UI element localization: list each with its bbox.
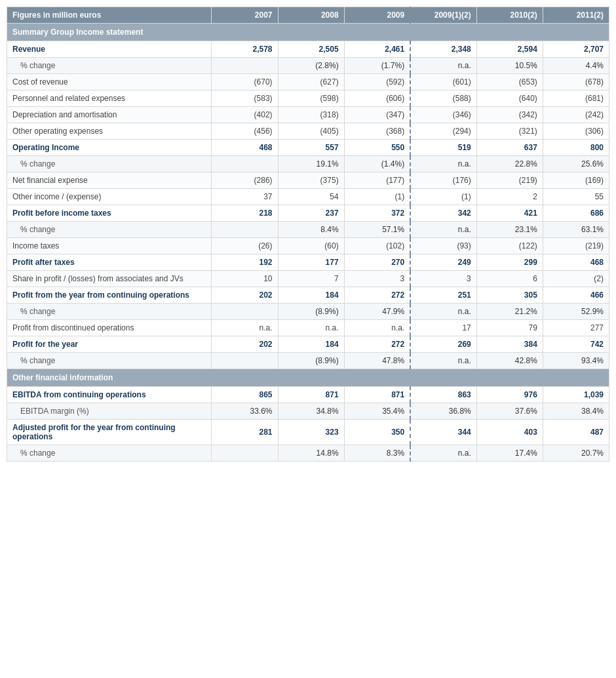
row-value: (601) bbox=[410, 74, 476, 90]
row-value: 281 bbox=[212, 420, 278, 445]
row-value: 251 bbox=[410, 287, 476, 304]
table-row: Other operating expenses(456)(405)(368)(… bbox=[7, 123, 609, 140]
row-value: 22.8% bbox=[476, 156, 543, 172]
row-value: (219) bbox=[476, 172, 543, 189]
row-value: (1.4%) bbox=[344, 156, 410, 172]
header-2010: 2010(2) bbox=[476, 7, 543, 24]
row-value: (26) bbox=[212, 238, 278, 254]
row-value: 323 bbox=[278, 420, 344, 445]
table-row: Operating Income468557550519637800 bbox=[7, 140, 609, 156]
row-value: 19.1% bbox=[278, 156, 344, 172]
row-value: 2,578 bbox=[212, 41, 278, 58]
row-label: Profit before income taxes bbox=[7, 205, 212, 222]
row-label: % change bbox=[7, 353, 212, 369]
row-value: (8.9%) bbox=[278, 304, 344, 320]
row-value: (122) bbox=[476, 238, 543, 254]
row-value: (375) bbox=[278, 172, 344, 189]
row-label: EBITDA from continuing operations bbox=[7, 387, 212, 403]
row-value: (2) bbox=[543, 271, 609, 287]
table-row: % change(2.8%)(1.7%)n.a.10.5%4.4% bbox=[7, 58, 609, 74]
table-row: EBITDA margin (%)33.6%34.8%35.4%36.8%37.… bbox=[7, 403, 609, 420]
row-value: n.a. bbox=[410, 222, 476, 238]
row-value: (93) bbox=[410, 238, 476, 254]
row-value: (219) bbox=[543, 238, 609, 254]
table-row: % change14.8%8.3%n.a.17.4%20.7% bbox=[7, 445, 609, 462]
row-value: 184 bbox=[278, 287, 344, 304]
row-value: 269 bbox=[410, 336, 476, 353]
table-row: Profit from the year from continuing ope… bbox=[7, 287, 609, 304]
header-2011: 2011(2) bbox=[543, 7, 609, 24]
row-value: 865 bbox=[212, 387, 278, 403]
row-value: 637 bbox=[476, 140, 543, 156]
row-value: 33.6% bbox=[212, 403, 278, 420]
row-label: Profit after taxes bbox=[7, 254, 212, 271]
row-value: 17.4% bbox=[476, 445, 543, 462]
row-value: 976 bbox=[476, 387, 543, 403]
row-label: Income taxes bbox=[7, 238, 212, 254]
row-value: n.a. bbox=[410, 445, 476, 462]
header-2008: 2008 bbox=[278, 7, 344, 24]
row-value: 4.4% bbox=[543, 58, 609, 74]
row-value: 184 bbox=[278, 336, 344, 353]
row-value: (169) bbox=[543, 172, 609, 189]
table-row: Income taxes(26)(60)(102)(93)(122)(219) bbox=[7, 238, 609, 254]
row-value: 800 bbox=[543, 140, 609, 156]
row-value: (294) bbox=[410, 123, 476, 140]
row-label: Adjusted profit for the year from contin… bbox=[7, 420, 212, 445]
row-value: (627) bbox=[278, 74, 344, 90]
row-value: 557 bbox=[278, 140, 344, 156]
row-value: (8.9%) bbox=[278, 353, 344, 369]
row-value: 63.1% bbox=[543, 222, 609, 238]
row-value: 23.1% bbox=[476, 222, 543, 238]
row-value: (2.8%) bbox=[278, 58, 344, 74]
row-value: (1) bbox=[410, 189, 476, 205]
row-value: 2,348 bbox=[410, 41, 476, 58]
row-value: (456) bbox=[212, 123, 278, 140]
row-label: % change bbox=[7, 58, 212, 74]
row-value: 468 bbox=[543, 254, 609, 271]
row-value: 421 bbox=[476, 205, 543, 222]
row-value: 3 bbox=[410, 271, 476, 287]
row-value bbox=[212, 156, 278, 172]
table-row: % change(8.9%)47.9%n.a.21.2%52.9% bbox=[7, 304, 609, 320]
row-value: 42.8% bbox=[476, 353, 543, 369]
table-row: EBITDA from continuing operations8658718… bbox=[7, 387, 609, 403]
row-value: 25.6% bbox=[543, 156, 609, 172]
row-value bbox=[212, 58, 278, 74]
row-value: (176) bbox=[410, 172, 476, 189]
row-value: 79 bbox=[476, 320, 543, 336]
row-value: 272 bbox=[344, 287, 410, 304]
table-row: Cost of revenue(670)(627)(592)(601)(653)… bbox=[7, 74, 609, 90]
row-value: (606) bbox=[344, 90, 410, 107]
row-value: (342) bbox=[476, 107, 543, 123]
row-value: 305 bbox=[476, 287, 543, 304]
row-value: 21.2% bbox=[476, 304, 543, 320]
row-value: 277 bbox=[543, 320, 609, 336]
row-value: 2,461 bbox=[344, 41, 410, 58]
row-label: Revenue bbox=[7, 41, 212, 58]
section1-header: Summary Group Income statement bbox=[7, 24, 609, 41]
row-value: 47.8% bbox=[344, 353, 410, 369]
row-value: 8.4% bbox=[278, 222, 344, 238]
row-value: 272 bbox=[344, 336, 410, 353]
row-value: (242) bbox=[543, 107, 609, 123]
row-value: 237 bbox=[278, 205, 344, 222]
row-value: (681) bbox=[543, 90, 609, 107]
table-row: Share in profit / (losses) from associat… bbox=[7, 271, 609, 287]
row-value: n.a. bbox=[212, 320, 278, 336]
row-value: 686 bbox=[543, 205, 609, 222]
row-value: (670) bbox=[212, 74, 278, 90]
row-value: 344 bbox=[410, 420, 476, 445]
row-value: 466 bbox=[543, 287, 609, 304]
row-value: (102) bbox=[344, 238, 410, 254]
row-value: (347) bbox=[344, 107, 410, 123]
row-value bbox=[212, 222, 278, 238]
row-value: 2 bbox=[476, 189, 543, 205]
row-value: (346) bbox=[410, 107, 476, 123]
row-label: Profit from discontinued operations bbox=[7, 320, 212, 336]
table-row: % change19.1%(1.4%)n.a.22.8%25.6% bbox=[7, 156, 609, 172]
section2-header: Other financial information bbox=[7, 369, 609, 387]
table-row: % change(8.9%)47.8%n.a.42.8%93.4% bbox=[7, 353, 609, 369]
row-value: 299 bbox=[476, 254, 543, 271]
row-value: (177) bbox=[344, 172, 410, 189]
